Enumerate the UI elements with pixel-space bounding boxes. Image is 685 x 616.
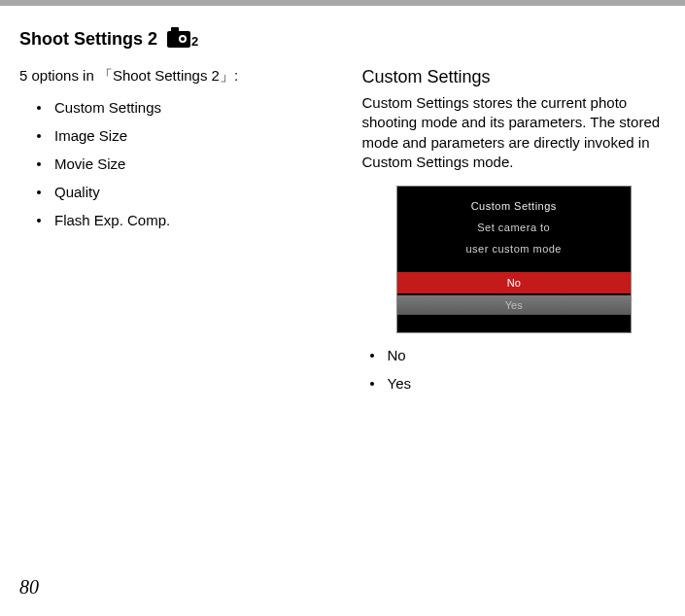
heading-row: Shoot Settings 2 2 — [19, 29, 666, 50]
left-column: 5 options in 「Shoot Settings 2」: Custom … — [19, 67, 324, 403]
top-divider — [0, 0, 685, 6]
right-column: Custom Settings Custom Settings stores t… — [362, 67, 667, 403]
list-item-label: Movie Size — [54, 155, 125, 172]
screenshot-line1: Set camera to — [397, 222, 631, 233]
camera-icon-group: 2 — [167, 31, 198, 48]
screenshot-line2: user custom mode — [397, 243, 631, 255]
section-paragraph: Custom Settings stores the current photo… — [362, 93, 667, 172]
custom-options-list: No Yes — [370, 347, 667, 392]
list-item-label: Image Size — [54, 127, 127, 144]
section-subheading: Custom Settings — [362, 67, 667, 87]
page-content: Shoot Settings 2 2 5 options in 「Shoot S… — [19, 29, 666, 403]
list-item: Flash Exp. Comp. — [37, 212, 324, 228]
camera-screenshot: Custom Settings Set camera to user custo… — [396, 186, 632, 333]
options-list: Custom Settings Image Size Movie Size Qu… — [37, 99, 324, 228]
list-item: Custom Settings — [37, 99, 324, 116]
list-item: No — [370, 347, 667, 363]
options-intro: 5 options in 「Shoot Settings 2」: — [19, 67, 324, 86]
list-item: Quality — [37, 184, 324, 200]
screenshot-yes-button: Yes — [397, 295, 631, 315]
list-item-label: Yes — [388, 375, 411, 392]
list-item-label: Quality — [54, 184, 100, 200]
page-number: 80 — [19, 576, 39, 599]
list-item-label: Flash Exp. Comp. — [54, 212, 170, 228]
list-item: Yes — [370, 375, 667, 392]
screenshot-no-button: No — [397, 272, 631, 293]
list-item: Image Size — [37, 127, 324, 144]
screenshot-title: Custom Settings — [397, 187, 631, 212]
list-item-label: No — [388, 347, 406, 363]
camera-icon-subscript: 2 — [191, 35, 198, 48]
list-item-label: Custom Settings — [54, 99, 161, 116]
list-item: Movie Size — [37, 155, 324, 172]
camera-icon — [167, 31, 190, 48]
page-heading: Shoot Settings 2 — [19, 29, 157, 50]
